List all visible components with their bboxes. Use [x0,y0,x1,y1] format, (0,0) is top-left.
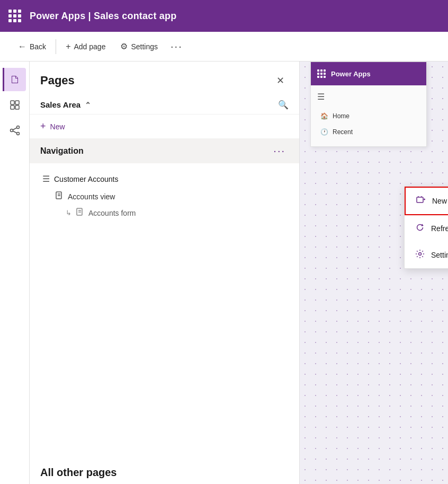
customer-accounts-label: Customer Accounts [54,175,118,183]
more-options-button[interactable]: ··· [165,36,188,57]
preview-hamburger-icon: ☰ [317,92,420,102]
new-group-label: New group [432,197,448,205]
nav-item-customer-accounts[interactable]: ☰ Customer Accounts [40,170,289,188]
nav-item-accounts-view[interactable]: Accounts view [40,188,289,205]
preview-body: ☰ 🏠 Home 🕐 Recent [311,85,426,146]
pages-title: Pages [40,74,75,87]
context-menu: New group Refresh preview [404,186,448,269]
svg-point-4 [10,129,13,132]
page-name: Sales contact app [94,11,176,21]
nav-item-accounts-form[interactable]: ↳ Accounts form [40,205,289,221]
navigation-more-button[interactable]: ··· [270,144,289,158]
search-icon[interactable]: 🔍 [278,100,289,110]
sales-area-label: Sales Area ⌃ [40,100,91,109]
back-button[interactable]: ← Back [11,38,53,56]
svg-line-8 [13,131,17,133]
navigation-title: Navigation [40,146,84,156]
preview-recent-item: 🕐 Recent [317,124,420,140]
svg-point-20 [419,253,422,256]
form-page-icon [76,208,84,218]
home-icon: 🏠 [320,112,328,120]
new-plus-icon: + [40,121,46,132]
add-page-button[interactable]: + Add page [58,38,113,56]
preview-header: Power Apps [311,62,426,85]
sidebar-table-icon[interactable] [3,93,26,117]
context-menu-settings[interactable]: Settings [405,242,448,268]
context-settings-icon [415,249,425,261]
new-label: New [50,122,65,131]
chevron-icon: ⌃ [85,101,91,109]
refresh-preview-label: Refresh preview [431,224,448,233]
header-title: Power Apps | Sales contact app [30,11,176,22]
refresh-icon [415,223,425,234]
main-area: Pages ✕ Sales Area ⌃ 🔍 + New Navigation … [0,61,448,484]
nav-tree: ☰ Customer Accounts Accounts view ↳ [30,163,299,456]
context-menu-refresh-preview[interactable]: Refresh preview [405,215,448,242]
back-label: Back [30,42,46,51]
settings-gear-icon: ⚙ [120,41,128,51]
back-arrow-icon: ← [18,42,26,51]
add-page-label: Add page [74,42,105,51]
sales-area-row: Sales Area ⌃ 🔍 [30,95,299,115]
svg-rect-1 [15,101,19,104]
svg-line-7 [13,128,17,130]
settings-label: Settings [131,42,158,51]
settings-button[interactable]: ⚙ Settings [113,37,165,56]
app-name: Power Apps [30,11,85,21]
svg-rect-15 [417,197,423,203]
new-row[interactable]: + New [30,115,299,138]
svg-rect-0 [11,101,14,104]
svg-point-6 [16,133,19,135]
sidebar-pages-icon[interactable] [3,68,26,91]
preview-app-title: Power Apps [331,70,371,78]
navigation-section: Navigation ··· [30,138,299,163]
all-other-pages: All other pages [30,456,299,484]
context-settings-label: Settings [431,251,448,259]
waffle-icon[interactable] [8,10,21,22]
secondary-nav-bar: ← Back + Add page ⚙ Settings ··· [0,32,448,61]
sub-arrow-icon: ↳ [66,209,71,217]
pages-header: Pages ✕ [30,61,299,95]
accounts-form-label: Accounts form [88,209,136,217]
new-group-icon [416,195,426,207]
preview-area: Power Apps ☰ 🏠 Home 🕐 Recent [300,61,448,484]
nav-divider-1 [56,39,56,54]
accounts-view-label: Accounts view [68,192,115,201]
svg-rect-2 [11,105,14,109]
recent-icon: 🕐 [320,128,328,136]
pages-close-button[interactable]: ✕ [272,72,289,89]
preview-waffle-icon [317,69,326,78]
header-separator: | [88,11,94,21]
plus-icon: + [66,42,70,51]
svg-point-5 [16,126,19,129]
header-bar: Power Apps | Sales contact app [0,0,448,32]
preview-window: Power Apps ☰ 🏠 Home 🕐 Recent [310,61,427,147]
pages-panel: Pages ✕ Sales Area ⌃ 🔍 + New Navigation … [30,61,300,484]
svg-rect-3 [15,105,19,109]
page-icon [55,191,64,201]
sidebar-workflow-icon[interactable] [3,119,26,142]
list-icon: ☰ [42,174,50,184]
icon-sidebar [0,61,30,484]
preview-home-item: 🏠 Home [317,108,420,124]
context-menu-new-group[interactable]: New group [405,187,448,215]
